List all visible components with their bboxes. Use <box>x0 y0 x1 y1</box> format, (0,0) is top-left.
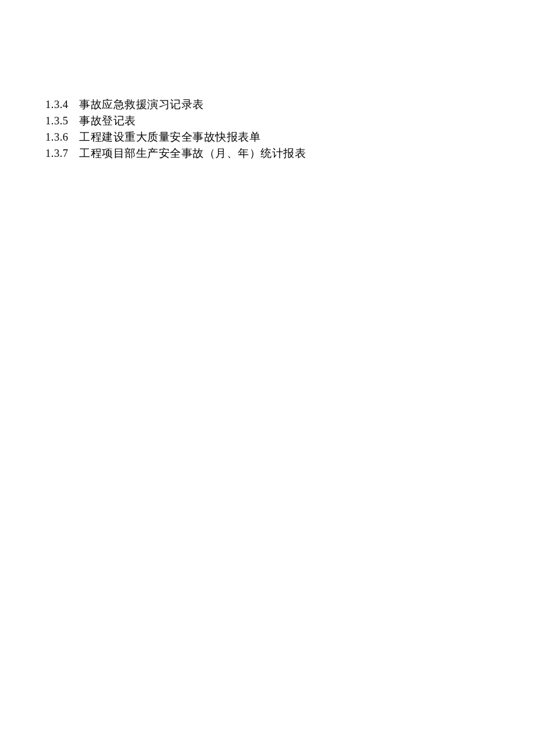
item-text: 事故登记表 <box>79 113 136 129</box>
item-number: 1.3.5 <box>45 113 79 129</box>
item-text: 事故应急救援演习记录表 <box>79 96 204 113</box>
list-item: 1.3.4 事故应急救援演习记录表 <box>45 96 535 113</box>
item-text: 工程项目部生产安全事故（月、年）统计报表 <box>79 145 306 162</box>
item-number: 1.3.7 <box>45 145 79 162</box>
list-item: 1.3.5 事故登记表 <box>45 113 535 129</box>
document-page: 1.3.4 事故应急救援演习记录表 1.3.5 事故登记表 1.3.6 工程建设… <box>0 0 535 162</box>
list-item: 1.3.6 工程建设重大质量安全事故快报表单 <box>45 129 535 145</box>
item-text: 工程建设重大质量安全事故快报表单 <box>79 129 261 145</box>
item-number: 1.3.6 <box>45 129 79 145</box>
list-item: 1.3.7 工程项目部生产安全事故（月、年）统计报表 <box>45 145 535 162</box>
item-number: 1.3.4 <box>45 96 79 113</box>
